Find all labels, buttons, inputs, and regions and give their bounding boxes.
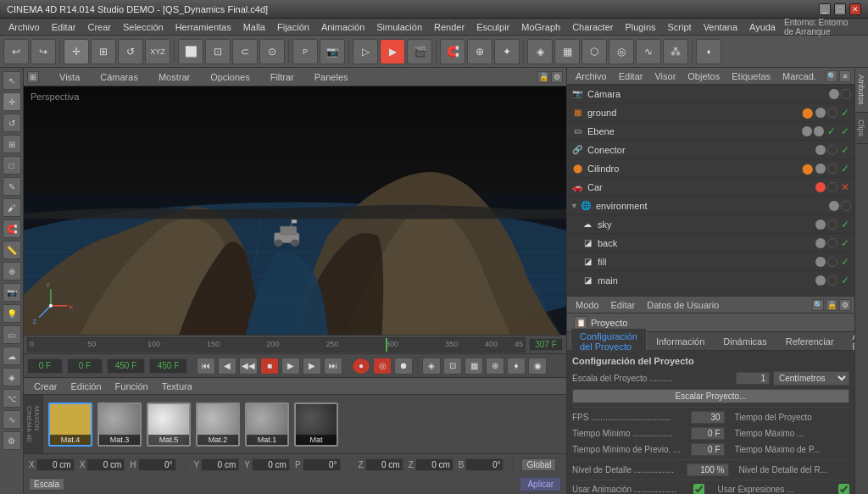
tb-camera[interactable]: 📷 [320,39,345,64]
tb-select2[interactable]: ⊡ [205,39,231,64]
menu-seleccion[interactable]: Selección [118,20,169,34]
car-dot1[interactable] [815,182,826,192]
attr-tiempo-prev-input[interactable] [691,443,725,456]
menu-render[interactable]: Render [429,20,470,34]
material-swatch-mat[interactable]: Mat [294,402,338,447]
ebene-dot2[interactable] [814,126,824,136]
coord-sz-input[interactable] [415,458,453,471]
attr-gear-icon[interactable]: ⚙ [839,299,851,311]
om-menu-etiquetas[interactable]: Etiquetas [726,69,776,83]
vp-tab-paneles[interactable]: Paneles [308,70,355,84]
tb-undo[interactable]: ↩ [3,39,29,64]
mat-menu-funcion[interactable]: Función [112,380,152,392]
tool-sky[interactable]: ☁ [3,347,21,365]
coord-h-input[interactable] [138,458,176,471]
attr-tab-info[interactable]: Información [647,333,714,350]
tb-magnet[interactable]: 🧲 [440,39,465,64]
transport-record[interactable]: ● [352,358,370,375]
om-row-ebene[interactable]: ▭ Ebene ✓ ✓ [567,122,854,141]
tool-rotate[interactable]: ↺ [3,114,21,132]
car-dot2[interactable] [827,182,837,192]
menu-script[interactable]: Script [663,20,697,34]
attr-expresiones-check[interactable] [838,484,849,494]
transport-play[interactable]: ▶ [281,358,300,375]
material-swatch-mat2[interactable]: Mat.2 [196,402,240,447]
om-menu-archivo[interactable]: Archivo [570,69,612,83]
fill-dot1[interactable] [815,257,826,267]
transport-go-end[interactable]: ⏭ [324,358,342,375]
transport-go-start[interactable]: ⏮ [197,358,215,375]
tb-anim[interactable]: ◎ [609,39,634,64]
transport-frame-end-input[interactable] [107,358,145,374]
om-row-car[interactable]: 🚗 Car ✕ [567,178,854,197]
attr-menu-editar[interactable]: Editar [606,298,641,312]
tool-scale[interactable]: ⊞ [3,135,21,153]
om-row-ground[interactable]: ▦ ground ⬤ ✓ [567,103,854,122]
om-row-main[interactable]: ◪ main ✓ [567,271,854,290]
tool-rigging[interactable]: ⚙ [3,431,21,450]
tb-texture[interactable]: ▦ [554,39,580,64]
attr-search-icon[interactable]: 🔍 [812,299,824,311]
ground-dot1[interactable] [815,108,826,118]
tb-lasso[interactable]: ⊂ [232,39,258,64]
tb-scene[interactable]: ⬡ [581,39,607,64]
rs-tab-clips[interactable]: Clips [855,113,868,144]
attr-tiempo-min-input[interactable] [691,427,725,440]
transport-key3[interactable]: ▦ [465,358,483,375]
menu-herramientas[interactable]: Herramientas [170,20,236,34]
vp-expand-icon[interactable]: ⊞ [27,71,39,83]
tool-pen[interactable]: ✎ [3,177,21,196]
menu-fijacion[interactable]: Fijación [272,20,314,34]
vp-tab-vista[interactable]: Vista [53,70,86,84]
transport-key4[interactable]: ⊛ [486,358,504,375]
om-row-sky[interactable]: ☁ sky ✓ [567,215,854,234]
menu-esculpir[interactable]: Esculpir [471,20,515,34]
menu-crear[interactable]: Crear [82,20,116,34]
menu-malla[interactable]: Malla [238,20,270,34]
transport-frame-current-input[interactable] [67,358,103,374]
sky-dot1[interactable] [815,219,826,230]
env-dot1[interactable] [829,201,839,211]
timeline-playhead[interactable] [386,338,387,352]
transport-key2[interactable]: ⊡ [443,358,462,375]
conector-dot2[interactable] [827,145,837,155]
camera-dot1[interactable] [829,89,839,99]
tb-select[interactable]: ⬜ [178,39,203,64]
tb-object[interactable]: ◈ [527,39,553,64]
menu-editar[interactable]: Editar [47,20,81,34]
maximize-button[interactable]: □ [834,3,846,15]
minimize-button[interactable]: _ [819,3,831,15]
material-swatch-mat1[interactable]: Mat.1 [245,402,289,447]
vp-config-icon[interactable]: ⚙ [551,71,563,83]
tool-deformer[interactable]: ⌥ [3,389,21,408]
vp-tab-opciones[interactable]: Opciones [203,70,256,84]
environment-expand-icon[interactable]: ▼ [570,202,579,210]
back-dot1[interactable] [815,238,826,248]
cilindro-dot2[interactable] [827,164,837,174]
attr-escalar-proyecto-button[interactable]: Escalar Proyecto... [572,389,849,403]
attr-tab-referenciar[interactable]: Referenciar [776,333,843,350]
tb-render3[interactable]: 🎬 [407,39,432,64]
transport-record3[interactable]: ⏺ [394,358,413,375]
vp-lock-icon[interactable]: 🔒 [537,71,549,83]
tb-scale[interactable]: ⊞ [91,39,116,64]
om-row-back[interactable]: ◪ back ✓ [567,234,854,253]
tool-move[interactable]: ✛ [3,92,21,111]
tb-redo[interactable]: ↪ [31,39,56,64]
mat-menu-edicion[interactable]: Edición [68,380,105,392]
coord-apply-button[interactable]: Aplicar [520,477,561,491]
om-menu-marcad[interactable]: Marcad. [777,69,821,83]
mat-menu-textura[interactable]: Textura [159,380,196,392]
coord-sx-input[interactable] [86,458,125,471]
tb-render2[interactable]: ▶ [380,39,405,64]
main-dot1[interactable] [815,275,826,286]
om-row-environment[interactable]: ▼ 🌐 environment [567,197,854,215]
env-dot2[interactable] [841,201,851,211]
coord-global-button[interactable]: Global [521,458,556,471]
coord-p-input[interactable] [303,458,341,471]
tb-xyz[interactable]: XYZ [145,39,170,64]
attr-fps-input[interactable] [691,411,725,424]
menu-animacion[interactable]: Animación [316,20,370,34]
transport-key6[interactable]: ◉ [528,358,547,375]
tool-light[interactable]: 💡 [3,304,21,323]
